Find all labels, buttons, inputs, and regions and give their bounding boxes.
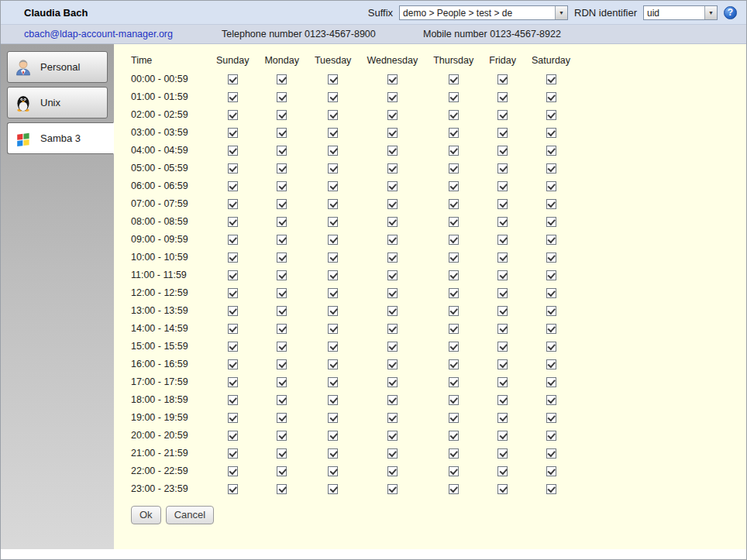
ok-button[interactable]: Ok bbox=[131, 506, 161, 524]
logon-hour-checkbox[interactable] bbox=[228, 181, 238, 191]
logon-hour-checkbox[interactable] bbox=[277, 110, 287, 120]
logon-hour-checkbox[interactable] bbox=[449, 377, 459, 387]
logon-hour-checkbox[interactable] bbox=[277, 270, 287, 280]
logon-hour-checkbox[interactable] bbox=[328, 270, 338, 280]
logon-hour-checkbox[interactable] bbox=[387, 395, 398, 405]
logon-hour-checkbox[interactable] bbox=[546, 110, 556, 120]
logon-hour-checkbox[interactable] bbox=[387, 484, 398, 494]
logon-hour-checkbox[interactable] bbox=[546, 288, 556, 298]
logon-hour-checkbox[interactable] bbox=[449, 448, 459, 459]
logon-hour-checkbox[interactable] bbox=[387, 377, 398, 387]
logon-hour-checkbox[interactable] bbox=[546, 324, 556, 334]
logon-hour-checkbox[interactable] bbox=[277, 306, 287, 316]
logon-hour-checkbox[interactable] bbox=[328, 431, 338, 441]
logon-hour-checkbox[interactable] bbox=[497, 288, 508, 298]
logon-hour-checkbox[interactable] bbox=[228, 466, 238, 476]
logon-hour-checkbox[interactable] bbox=[497, 235, 508, 245]
logon-hour-checkbox[interactable] bbox=[328, 324, 338, 334]
logon-hour-checkbox[interactable] bbox=[387, 110, 398, 120]
logon-hour-checkbox[interactable] bbox=[449, 270, 459, 280]
logon-hour-checkbox[interactable] bbox=[497, 377, 508, 387]
logon-hour-checkbox[interactable] bbox=[497, 413, 508, 423]
logon-hour-checkbox[interactable] bbox=[546, 377, 556, 387]
logon-hour-checkbox[interactable] bbox=[228, 217, 238, 227]
logon-hour-checkbox[interactable] bbox=[328, 199, 338, 209]
logon-hour-checkbox[interactable] bbox=[387, 146, 398, 156]
logon-hour-checkbox[interactable] bbox=[449, 146, 459, 156]
logon-hour-checkbox[interactable] bbox=[277, 288, 287, 298]
logon-hour-checkbox[interactable] bbox=[546, 217, 556, 227]
logon-hour-checkbox[interactable] bbox=[328, 110, 338, 120]
sidebar-tab-personal[interactable]: Personal bbox=[7, 51, 108, 83]
logon-hour-checkbox[interactable] bbox=[546, 448, 556, 459]
logon-hour-checkbox[interactable] bbox=[497, 74, 508, 84]
logon-hour-checkbox[interactable] bbox=[497, 270, 508, 280]
logon-hour-checkbox[interactable] bbox=[449, 217, 459, 227]
logon-hour-checkbox[interactable] bbox=[228, 377, 238, 387]
logon-hour-checkbox[interactable] bbox=[449, 92, 459, 102]
logon-hour-checkbox[interactable] bbox=[228, 431, 238, 441]
help-icon[interactable]: ? bbox=[724, 6, 737, 19]
logon-hour-checkbox[interactable] bbox=[277, 181, 287, 191]
logon-hour-checkbox[interactable] bbox=[328, 306, 338, 316]
logon-hour-checkbox[interactable] bbox=[546, 199, 556, 209]
email-link[interactable]: cbach@ldap-account-manager.org bbox=[24, 29, 222, 40]
logon-hour-checkbox[interactable] bbox=[277, 128, 287, 138]
logon-hour-checkbox[interactable] bbox=[546, 163, 556, 173]
logon-hour-checkbox[interactable] bbox=[546, 235, 556, 245]
logon-hour-checkbox[interactable] bbox=[449, 342, 459, 352]
logon-hour-checkbox[interactable] bbox=[497, 431, 508, 441]
logon-hour-checkbox[interactable] bbox=[387, 324, 398, 334]
logon-hour-checkbox[interactable] bbox=[546, 128, 556, 138]
logon-hour-checkbox[interactable] bbox=[228, 324, 238, 334]
logon-hour-checkbox[interactable] bbox=[277, 466, 287, 476]
logon-hour-checkbox[interactable] bbox=[546, 431, 556, 441]
logon-hour-checkbox[interactable] bbox=[228, 74, 238, 84]
logon-hour-checkbox[interactable] bbox=[277, 217, 287, 227]
logon-hour-checkbox[interactable] bbox=[497, 128, 508, 138]
logon-hour-checkbox[interactable] bbox=[546, 359, 556, 369]
logon-hour-checkbox[interactable] bbox=[328, 163, 338, 173]
logon-hour-checkbox[interactable] bbox=[228, 270, 238, 280]
logon-hour-checkbox[interactable] bbox=[497, 306, 508, 316]
logon-hour-checkbox[interactable] bbox=[546, 253, 556, 263]
logon-hour-checkbox[interactable] bbox=[497, 324, 508, 334]
logon-hour-checkbox[interactable] bbox=[328, 128, 338, 138]
logon-hour-checkbox[interactable] bbox=[277, 359, 287, 369]
logon-hour-checkbox[interactable] bbox=[497, 448, 508, 459]
logon-hour-checkbox[interactable] bbox=[449, 128, 459, 138]
logon-hour-checkbox[interactable] bbox=[228, 128, 238, 138]
logon-hour-checkbox[interactable] bbox=[497, 466, 508, 476]
cancel-button[interactable]: Cancel bbox=[166, 506, 214, 524]
logon-hour-checkbox[interactable] bbox=[387, 74, 398, 84]
logon-hour-checkbox[interactable] bbox=[546, 181, 556, 191]
logon-hour-checkbox[interactable] bbox=[497, 163, 508, 173]
logon-hour-checkbox[interactable] bbox=[328, 235, 338, 245]
logon-hour-checkbox[interactable] bbox=[449, 288, 459, 298]
logon-hour-checkbox[interactable] bbox=[497, 359, 508, 369]
logon-hour-checkbox[interactable] bbox=[449, 306, 459, 316]
logon-hour-checkbox[interactable] bbox=[449, 484, 459, 494]
logon-hour-checkbox[interactable] bbox=[277, 199, 287, 209]
logon-hour-checkbox[interactable] bbox=[328, 359, 338, 369]
logon-hour-checkbox[interactable] bbox=[328, 92, 338, 102]
logon-hour-checkbox[interactable] bbox=[387, 342, 398, 352]
logon-hour-checkbox[interactable] bbox=[228, 163, 238, 173]
logon-hour-checkbox[interactable] bbox=[497, 110, 508, 120]
logon-hour-checkbox[interactable] bbox=[497, 217, 508, 227]
logon-hour-checkbox[interactable] bbox=[277, 235, 287, 245]
logon-hour-checkbox[interactable] bbox=[449, 181, 459, 191]
logon-hour-checkbox[interactable] bbox=[228, 413, 238, 423]
logon-hour-checkbox[interactable] bbox=[228, 395, 238, 405]
logon-hour-checkbox[interactable] bbox=[328, 217, 338, 227]
logon-hour-checkbox[interactable] bbox=[277, 413, 287, 423]
logon-hour-checkbox[interactable] bbox=[387, 288, 398, 298]
logon-hour-checkbox[interactable] bbox=[277, 163, 287, 173]
logon-hour-checkbox[interactable] bbox=[277, 377, 287, 387]
logon-hour-checkbox[interactable] bbox=[228, 288, 238, 298]
logon-hour-checkbox[interactable] bbox=[387, 235, 398, 245]
logon-hour-checkbox[interactable] bbox=[228, 342, 238, 352]
logon-hour-checkbox[interactable] bbox=[328, 413, 338, 423]
logon-hour-checkbox[interactable] bbox=[387, 92, 398, 102]
logon-hour-checkbox[interactable] bbox=[449, 431, 459, 441]
